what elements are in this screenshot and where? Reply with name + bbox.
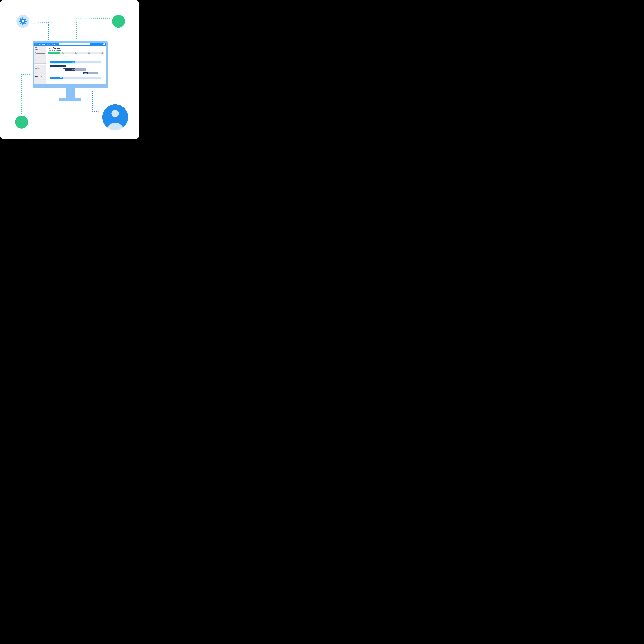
svg-point-44 bbox=[76, 20, 77, 21]
svg-point-12 bbox=[36, 22, 37, 23]
svg-point-68 bbox=[21, 84, 22, 85]
svg-point-95 bbox=[35, 44, 36, 44]
nav-item[interactable] bbox=[35, 66, 45, 66]
nav-group-home[interactable]: Home bbox=[34, 49, 46, 51]
svg-point-29 bbox=[80, 18, 81, 19]
hamburger-icon[interactable] bbox=[35, 47, 45, 48]
main-content: New Project Project · Project Standard bbox=[46, 46, 106, 84]
svg-point-57 bbox=[21, 107, 22, 108]
svg-point-14 bbox=[40, 22, 41, 23]
project-area-icon bbox=[35, 76, 37, 77]
svg-point-54 bbox=[21, 113, 22, 114]
svg-point-24 bbox=[48, 35, 49, 36]
project-area-label: Project Area bbox=[37, 76, 44, 77]
nav-item[interactable] bbox=[35, 59, 45, 60]
svg-point-45 bbox=[76, 22, 77, 23]
svg-point-76 bbox=[27, 74, 28, 75]
nav-item[interactable] bbox=[35, 53, 45, 54]
gantt-row: 25% bbox=[50, 72, 103, 74]
svg-point-10 bbox=[31, 22, 32, 23]
svg-point-26 bbox=[48, 39, 49, 40]
svg-point-49 bbox=[76, 30, 77, 31]
stage-stepper bbox=[48, 52, 104, 54]
svg-point-90 bbox=[96, 111, 97, 112]
svg-point-19 bbox=[48, 24, 49, 26]
svg-point-67 bbox=[21, 86, 22, 87]
illustration-canvas: { "header": { "app_launcher": "Power App… bbox=[0, 0, 139, 139]
stage-node-4[interactable] bbox=[101, 52, 103, 54]
nav-item[interactable] bbox=[35, 71, 45, 71]
sidebar-footer[interactable]: Project Area bbox=[34, 76, 46, 77]
product-name: BrightWork 365 bbox=[46, 44, 55, 45]
svg-point-69 bbox=[21, 82, 22, 83]
svg-point-66 bbox=[21, 88, 22, 89]
svg-point-62 bbox=[21, 96, 22, 97]
svg-point-93 bbox=[36, 44, 36, 44]
svg-point-56 bbox=[21, 109, 22, 110]
bar-label: 50% bbox=[65, 68, 75, 71]
gantt-row: 50% bbox=[50, 68, 103, 71]
search-input[interactable] bbox=[59, 43, 90, 45]
nav-item-selected[interactable] bbox=[33, 64, 47, 65]
app-launcher-label[interactable]: Power Apps bbox=[38, 44, 45, 45]
svg-point-92 bbox=[35, 44, 36, 44]
app-launcher-icon[interactable] bbox=[35, 43, 37, 45]
user-avatar[interactable] bbox=[103, 43, 105, 45]
nav-group-requests[interactable]: Requests bbox=[34, 56, 46, 58]
svg-point-27 bbox=[76, 18, 77, 19]
svg-point-18 bbox=[48, 22, 49, 23]
svg-point-53 bbox=[76, 38, 77, 39]
tab-active[interactable] bbox=[63, 56, 69, 56]
svg-point-42 bbox=[107, 18, 108, 19]
svg-point-43 bbox=[109, 18, 110, 19]
svg-point-97 bbox=[36, 44, 37, 44]
nav-item[interactable] bbox=[35, 72, 45, 73]
svg-point-89 bbox=[94, 111, 95, 112]
svg-point-61 bbox=[21, 98, 22, 99]
nav-item[interactable] bbox=[35, 54, 45, 55]
svg-point-70 bbox=[21, 80, 22, 81]
nav-group-projects[interactable]: Projects bbox=[34, 61, 46, 63]
svg-point-47 bbox=[76, 26, 77, 27]
svg-point-64 bbox=[21, 92, 22, 93]
gantt-panel: 50% 100% 50% 25% bbox=[48, 58, 104, 83]
nav-group-portfolios[interactable]: Portfolios bbox=[34, 68, 46, 69]
svg-point-21 bbox=[48, 29, 49, 30]
svg-point-31 bbox=[84, 18, 86, 19]
bar-label: 100% bbox=[50, 65, 66, 67]
stage-node-1[interactable] bbox=[62, 52, 64, 54]
svg-point-33 bbox=[89, 18, 90, 19]
svg-point-75 bbox=[25, 74, 26, 75]
dependency-arrow-icon bbox=[81, 71, 83, 73]
svg-point-17 bbox=[46, 22, 47, 23]
svg-point-52 bbox=[76, 36, 77, 37]
stage-node-3[interactable] bbox=[88, 52, 90, 54]
bar-label: 25% bbox=[50, 77, 63, 79]
svg-point-39 bbox=[101, 18, 102, 19]
nav-item[interactable] bbox=[35, 52, 45, 53]
svg-point-73 bbox=[21, 74, 22, 75]
svg-point-40 bbox=[103, 18, 104, 19]
svg-point-32 bbox=[87, 18, 88, 19]
svg-point-23 bbox=[48, 33, 49, 34]
page-title: New Project bbox=[48, 47, 104, 49]
bar-label: 50% bbox=[50, 61, 75, 63]
svg-point-51 bbox=[76, 34, 77, 35]
breadcrumb: Project · Project Standard bbox=[48, 50, 104, 51]
svg-point-50 bbox=[76, 32, 77, 33]
svg-point-99 bbox=[36, 45, 36, 45]
svg-point-38 bbox=[99, 18, 100, 19]
gantt-row: 100% bbox=[50, 65, 103, 67]
svg-point-55 bbox=[21, 111, 22, 112]
svg-point-88 bbox=[92, 111, 93, 112]
svg-point-30 bbox=[82, 18, 83, 19]
bar-label: 25% bbox=[83, 72, 88, 74]
svg-point-71 bbox=[21, 78, 22, 79]
svg-point-65 bbox=[21, 90, 22, 91]
sidebar: Home Requests Projects bbox=[34, 46, 46, 84]
svg-point-72 bbox=[21, 76, 22, 77]
svg-point-28 bbox=[78, 18, 79, 19]
header-divider bbox=[45, 43, 45, 45]
stage-node-2[interactable] bbox=[75, 52, 77, 54]
svg-point-46 bbox=[76, 24, 77, 25]
